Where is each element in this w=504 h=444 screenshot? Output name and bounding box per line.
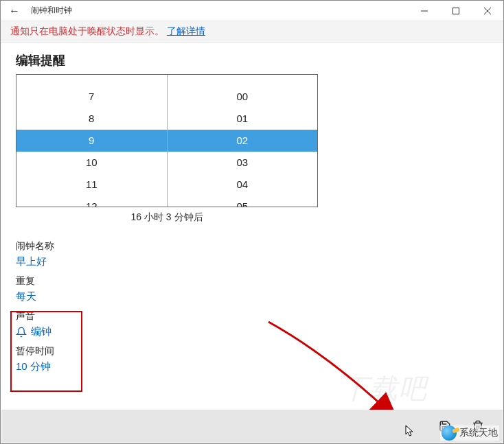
repeat-field[interactable]: 重复 每天	[16, 275, 488, 303]
picker-row[interactable]: 6	[16, 75, 167, 86]
watermark-label: 系统天地	[459, 427, 498, 439]
title-bar: ← 闹钟和时钟	[1, 1, 503, 21]
learn-more-link[interactable]: 了解详情	[167, 25, 205, 36]
back-arrow-icon: ←	[9, 5, 20, 17]
picker-row[interactable]: 10	[16, 152, 167, 174]
notification-bar: 通知只在电脑处于唤醒状态时显示。 了解详情	[1, 21, 503, 43]
repeat-label: 重复	[16, 275, 488, 288]
picker-row[interactable]: 04	[168, 174, 318, 196]
maximize-button[interactable]	[440, 1, 472, 21]
picker-row[interactable]: 11	[16, 174, 167, 196]
picker-row-selected[interactable]: 02	[168, 130, 318, 152]
countdown-text: 16 小时 3 分钟后	[16, 207, 318, 233]
watermark-faint-text: 下载吧	[341, 370, 428, 408]
picker-row[interactable]: 7	[16, 86, 167, 108]
hour-column[interactable]: 6 7 8 9 10 11 12	[16, 75, 167, 207]
svg-rect-1	[453, 8, 459, 14]
picker-row[interactable]: 05	[168, 196, 318, 207]
content-area: 编辑提醒 6 7 8 9 10 11 12 59 00 01 02 03 04 …	[1, 43, 503, 373]
picker-row-selected[interactable]: 9	[16, 130, 167, 152]
repeat-value[interactable]: 每天	[16, 290, 488, 303]
minimize-button[interactable]	[409, 1, 440, 21]
close-button[interactable]	[472, 1, 503, 21]
picker-row[interactable]: 8	[16, 108, 167, 130]
alarm-name-field[interactable]: 闹钟名称 早上好	[16, 240, 488, 268]
picker-row[interactable]: 00	[168, 86, 318, 108]
bell-icon	[16, 327, 27, 338]
watermark-logo: 系统天地	[440, 425, 499, 441]
maximize-icon	[453, 8, 459, 14]
sound-label: 声音	[16, 310, 488, 323]
notification-text: 通知只在电脑处于唤醒状态时显示。	[10, 25, 164, 36]
minimize-icon	[421, 8, 428, 14]
sound-value[interactable]: 编钟	[16, 325, 488, 338]
globe-icon	[442, 425, 457, 441]
sound-field[interactable]: 声音 编钟	[16, 310, 488, 338]
picker-row[interactable]: 01	[168, 108, 318, 130]
picker-row[interactable]: 03	[168, 152, 318, 174]
alarm-name-value[interactable]: 早上好	[16, 255, 488, 268]
page-heading: 编辑提醒	[16, 52, 488, 69]
bottom-toolbar	[1, 410, 503, 443]
close-icon	[484, 8, 491, 14]
minute-column[interactable]: 59 00 01 02 03 04 05	[167, 75, 318, 207]
picker-row[interactable]: 12	[16, 196, 167, 207]
snooze-field[interactable]: 暂停时间 10 分钟	[16, 345, 488, 373]
window-title: 闹钟和时钟	[28, 5, 72, 16]
picker-row[interactable]: 59	[168, 75, 318, 86]
time-picker[interactable]: 6 7 8 9 10 11 12 59 00 01 02 03 04 05	[16, 74, 318, 207]
snooze-label: 暂停时间	[16, 345, 488, 358]
alarm-name-label: 闹钟名称	[16, 240, 488, 253]
back-button[interactable]: ←	[1, 1, 28, 21]
